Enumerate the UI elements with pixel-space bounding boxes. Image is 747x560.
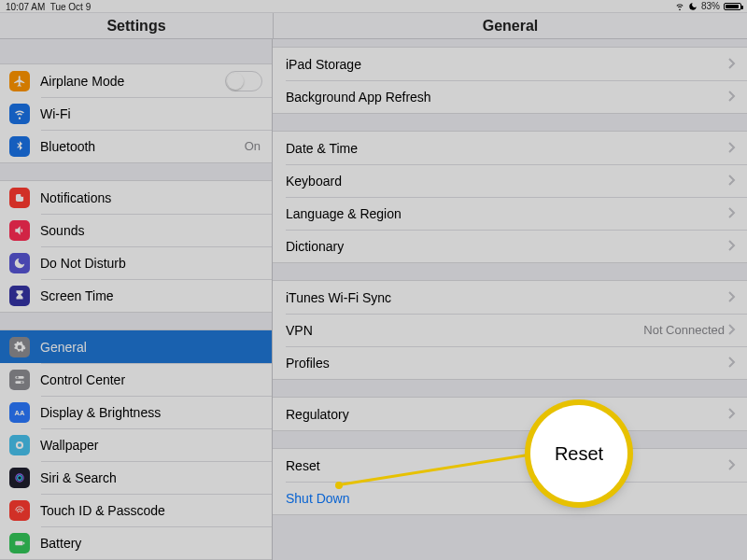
detail-item-itunes-wifi-sync[interactable]: iTunes Wi-Fi Sync [273,281,747,314]
chevron-right-icon [728,323,736,338]
sidebar-item-do-not-disturb[interactable]: Do Not Disturb [0,246,272,279]
toggle-icon [9,370,30,390]
svg-point-5 [21,381,22,383]
svg-point-8 [18,442,21,446]
sidebar-item-control-center[interactable]: Control Center [0,363,272,396]
detail-item-label: Reset [286,458,728,473]
chevron-right-icon [728,290,736,305]
detail-pane: iPad Storage Background App Refresh Date… [273,39,747,560]
sidebar-item-wallpaper[interactable]: Wallpaper [0,428,272,461]
detail-group-sync: iTunes Wi-Fi Sync VPN Not Connected Prof… [273,280,747,380]
moon-icon [9,253,30,273]
chevron-right-icon [728,206,736,221]
sidebar-item-bluetooth[interactable]: Bluetooth On [0,130,272,162]
detail-item-label: VPN [286,323,643,338]
sidebar-item-touchid-passcode[interactable]: Touch ID & Passcode [0,494,272,526]
notifications-icon [9,188,30,208]
svg-point-10 [18,475,22,480]
detail-item-label: Dictionary [286,239,728,254]
chevron-right-icon [728,141,736,156]
sidebar-item-notifications[interactable]: Notifications [0,181,272,214]
svg-point-4 [17,376,19,378]
detail-item-label: iPad Storage [286,57,728,72]
airplane-icon [9,71,30,91]
svg-rect-11 [15,540,22,545]
detail-group-reset: Reset Shut Down [273,448,747,515]
detail-item-vpn[interactable]: VPN Not Connected [273,314,747,346]
wifi-icon [675,2,684,11]
detail-item-reset[interactable]: Reset [273,449,747,482]
hourglass-icon [9,286,30,306]
sidebar-item-display-brightness[interactable]: AA Display & Brightness [0,396,272,428]
sidebar: Airplane Mode Wi-Fi Bluetooth On [0,39,273,560]
fingerprint-icon [9,500,30,521]
header-bar: Settings General [0,13,747,39]
detail-item-label: Date & Time [286,141,728,156]
wifi-icon [9,104,30,124]
bluetooth-value: On [245,139,261,153]
chevron-right-icon [728,239,736,254]
sidebar-item-label: Bluetooth [40,139,245,154]
sidebar-item-label: Screen Time [40,288,262,303]
sidebar-item-label: Touch ID & Passcode [40,503,262,518]
detail-item-label: Profiles [286,356,728,371]
airplane-toggle[interactable] [225,71,262,91]
sidebar-item-sounds[interactable]: Sounds [0,214,272,246]
chevron-right-icon [728,57,736,72]
sidebar-item-airplane-mode[interactable]: Airplane Mode [0,64,272,97]
battery-icon [724,3,741,10]
svg-rect-12 [23,541,24,543]
sidebar-item-label: Display & Brightness [40,405,262,420]
gear-icon [9,337,30,357]
bluetooth-icon [9,136,30,157]
detail-item-keyboard[interactable]: Keyboard [273,164,747,197]
detail-item-profiles[interactable]: Profiles [273,346,747,379]
detail-group-locale: Date & Time Keyboard Language & Region D… [273,131,747,263]
sidebar-item-label: Control Center [40,372,262,387]
detail-item-label: Shut Down [286,491,736,506]
detail-item-regulatory[interactable]: Regulatory [273,398,747,430]
detail-item-shut-down[interactable]: Shut Down [273,482,747,514]
detail-item-label: Keyboard [286,174,728,189]
detail-item-ipad-storage[interactable]: iPad Storage [273,48,747,80]
chevron-right-icon [728,90,736,105]
detail-item-label: iTunes Wi-Fi Sync [286,290,728,305]
sidebar-item-label: General [40,340,262,355]
detail-group-storage: iPad Storage Background App Refresh [273,47,747,114]
sidebar-item-label: Siri & Search [40,470,262,485]
status-right: 83% [675,1,741,12]
wallpaper-icon [9,435,30,455]
sidebar-item-label: Wi-Fi [40,106,261,121]
detail-group-regulatory: Regulatory [273,397,747,431]
detail-item-language-region[interactable]: Language & Region [273,197,747,230]
battery-pct: 83% [701,0,720,13]
brightness-icon: AA [9,402,30,423]
detail-item-label: Background App Refresh [286,90,728,105]
svg-text:AA: AA [15,408,25,416]
battery-icon [9,533,30,553]
sidebar-item-label: Notifications [40,190,262,205]
detail-item-date-time[interactable]: Date & Time [273,132,747,164]
dnd-icon [688,2,698,11]
sidebar-item-label: Sounds [40,223,262,238]
chevron-right-icon [728,356,736,371]
sidebar-item-battery[interactable]: Battery [0,526,272,559]
sidebar-item-label: Battery [40,536,262,551]
status-time: 10:07 AM Tue Oct 9 [6,1,91,12]
sidebar-item-label: Wallpaper [40,438,262,453]
sidebar-title: Settings [0,13,273,38]
svg-point-1 [21,193,24,197]
chevron-right-icon [728,458,736,473]
sidebar-item-screen-time[interactable]: Screen Time [0,279,272,312]
detail-item-background-app-refresh[interactable]: Background App Refresh [273,80,747,113]
vpn-value: Not Connected [643,323,725,337]
sidebar-item-label: Airplane Mode [40,74,225,89]
chevron-right-icon [728,407,736,422]
detail-item-dictionary[interactable]: Dictionary [273,230,747,262]
siri-icon [9,468,30,488]
sidebar-item-label: Do Not Disturb [40,256,262,271]
sidebar-item-wifi[interactable]: Wi-Fi [0,97,272,130]
sidebar-item-general[interactable]: General [0,330,272,363]
sidebar-item-siri-search[interactable]: Siri & Search [0,461,272,494]
detail-item-label: Language & Region [286,206,728,221]
